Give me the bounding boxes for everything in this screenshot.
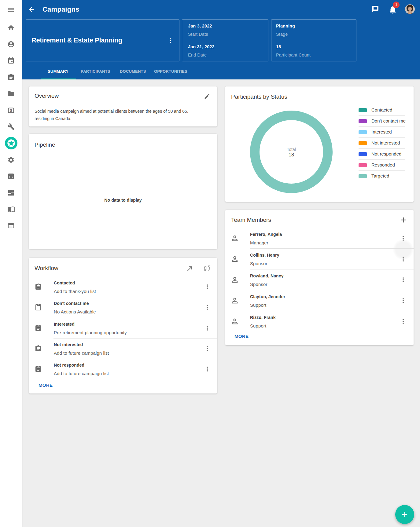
svg-text:$: $ bbox=[10, 108, 12, 113]
